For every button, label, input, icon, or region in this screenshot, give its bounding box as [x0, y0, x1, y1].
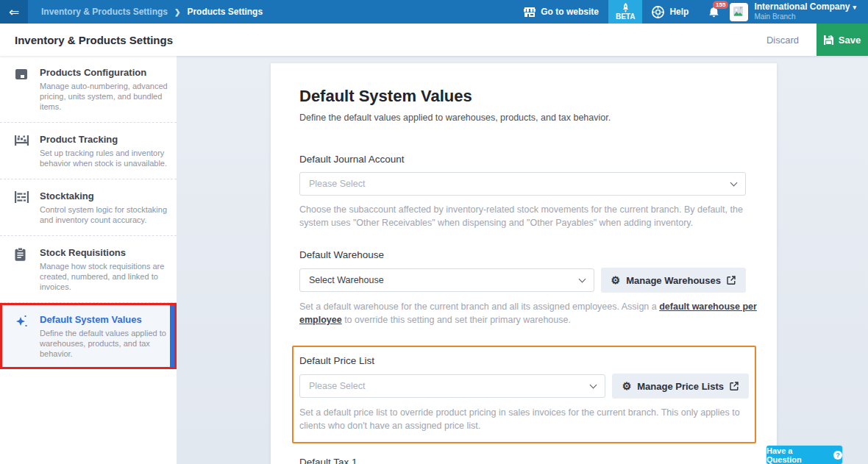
chevron-down-icon: ▾: [853, 4, 856, 11]
select-placeholder: Please Select: [309, 381, 591, 391]
sidebar-item-product-tracking[interactable]: Product Tracking Set up tracking rules a…: [0, 123, 177, 179]
breadcrumb: Inventory & Products Settings ❯ Products…: [41, 0, 263, 24]
default-journal-account-select[interactable]: Please Select: [299, 172, 746, 196]
settings-content-card: Default System Values Define the default…: [271, 63, 777, 464]
products-box-icon: [15, 67, 31, 112]
company-avatar[interactable]: [730, 3, 748, 21]
go-to-website-button[interactable]: Go to website: [514, 0, 608, 24]
sidebar-item-stocktaking[interactable]: Stocktaking Control system logic for sto…: [0, 179, 177, 236]
gear-icon: ⚙: [611, 275, 621, 285]
content-subtitle: Define the default values applied to war…: [299, 113, 746, 123]
branch-name: Main Branch: [754, 13, 856, 21]
default-tax-1-label: Default Tax 1: [299, 457, 746, 464]
default-journal-account-label: Default Journal Account: [299, 154, 746, 165]
manage-warehouses-button[interactable]: ⚙ Manage Warehouses: [601, 268, 746, 293]
default-price-list-label: Default Price List: [299, 355, 749, 366]
manage-price-lists-button[interactable]: ⚙ Manage Price Lists: [612, 374, 749, 399]
help-label: Help: [669, 7, 689, 17]
beta-label: BETA: [616, 13, 635, 21]
sidebar-item-products-configuration[interactable]: Products Configuration Manage auto-numbe…: [0, 56, 177, 123]
question-mark-icon: ?: [833, 451, 842, 460]
rocket-icon: [622, 3, 630, 13]
tracking-abacus-icon: [15, 134, 31, 168]
manage-price-lists-label: Manage Price Lists: [637, 381, 724, 392]
journal-help-text: Choose the subaccount affected by invent…: [299, 203, 755, 229]
page-action-bar: Inventory & Products Settings Discard Sa…: [0, 24, 868, 56]
warehouse-help-text: Set a default warehouse for the current …: [299, 300, 759, 326]
beta-badge[interactable]: BETA: [608, 0, 642, 24]
have-a-question-label: Have a Question: [766, 446, 830, 464]
gear-icon: ⚙: [622, 381, 632, 391]
page-title: Inventory & Products Settings: [15, 34, 173, 46]
settings-sidebar: Products Configuration Manage auto-numbe…: [0, 56, 177, 464]
save-label: Save: [839, 35, 861, 46]
sidebar-item-title: Stocktaking: [40, 190, 168, 201]
sidebar-item-title: Stock Requisitions: [40, 247, 168, 258]
notifications-button[interactable]: 155: [698, 0, 730, 24]
sidebar-item-title: Default System Values: [40, 314, 168, 325]
sparkles-icon: [15, 314, 31, 359]
clipboard-icon: [15, 247, 31, 292]
select-placeholder: Please Select: [309, 179, 731, 189]
floppy-disk-icon: [824, 35, 833, 45]
stocktaking-icon: [15, 190, 31, 225]
breadcrumb-current: Products Settings: [187, 7, 263, 17]
default-price-list-select[interactable]: Please Select: [299, 374, 605, 398]
external-link-icon: [727, 276, 736, 285]
chevron-down-icon: [578, 275, 586, 282]
sidebar-item-desc: Define the default values applied to war…: [40, 328, 168, 359]
select-value: Select Warehouse: [309, 275, 580, 285]
save-button[interactable]: Save: [817, 24, 868, 56]
chevron-down-icon: [730, 179, 738, 186]
have-a-question-button[interactable]: Have a Question ?: [766, 446, 842, 464]
breadcrumb-separator-icon: ❯: [174, 8, 180, 16]
sidebar-item-desc: Manage how stock requisitions are create…: [40, 261, 168, 292]
default-warehouse-label: Default Warehouse: [299, 249, 746, 260]
sidebar-item-stock-requisitions[interactable]: Stock Requisitions Manage how stock requ…: [0, 236, 177, 303]
price-list-help-text: Set a default price list to override pro…: [299, 406, 748, 432]
help-button[interactable]: Help: [642, 0, 698, 24]
image-icon: [733, 6, 745, 18]
breadcrumb-parent[interactable]: Inventory & Products Settings: [41, 7, 168, 17]
external-link-icon: [730, 382, 739, 390]
sidebar-item-desc: Control system logic for stocktaking and…: [40, 204, 168, 225]
company-name: International Company: [754, 1, 850, 12]
discard-button[interactable]: Discard: [749, 35, 817, 46]
storefront-icon: [524, 7, 536, 17]
go-to-website-label: Go to website: [541, 7, 599, 17]
sidebar-item-title: Products Configuration: [40, 67, 168, 78]
price-list-highlight-box: Default Price List Please Select ⚙ Manag…: [292, 346, 756, 443]
lifebuoy-icon: [652, 6, 664, 18]
manage-warehouses-label: Manage Warehouses: [626, 275, 721, 286]
back-button[interactable]: ⇐: [0, 0, 28, 24]
sidebar-item-default-system-values[interactable]: Default System Values Define the default…: [0, 303, 177, 369]
top-navigation-bar: ⇐ Inventory & Products Settings ❯ Produc…: [0, 0, 868, 24]
company-switcher[interactable]: International Company▾ Main Branch: [754, 0, 868, 24]
notification-count-badge: 155: [713, 1, 728, 9]
content-title: Default System Values: [299, 87, 746, 106]
default-warehouse-select[interactable]: Select Warehouse: [299, 268, 594, 292]
sidebar-item-desc: Manage auto-numbering, advanced pricing,…: [40, 81, 168, 112]
back-arrow-icon: ⇐: [9, 4, 19, 20]
chevron-down-icon: [589, 381, 597, 388]
sidebar-item-desc: Set up tracking rules and inventory beha…: [40, 148, 168, 168]
sidebar-item-title: Product Tracking: [40, 134, 168, 145]
